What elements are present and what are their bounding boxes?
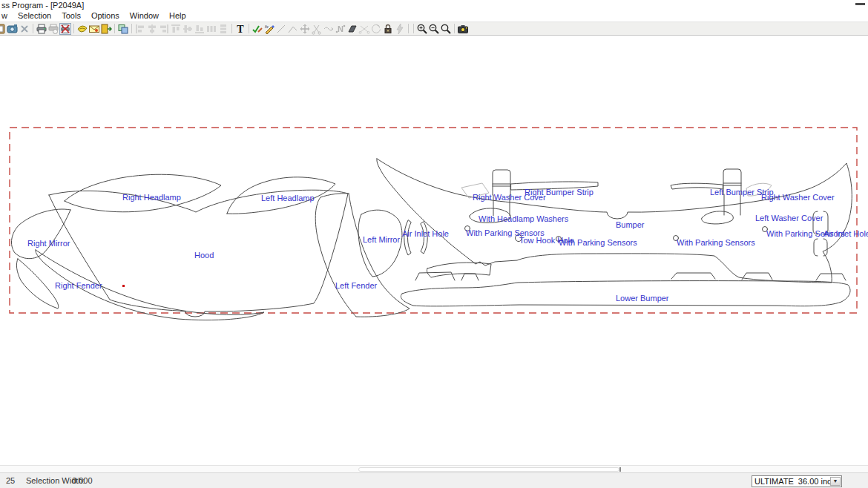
part-label[interactable]: Left Washer Cover xyxy=(755,214,823,222)
status-count: 25 xyxy=(6,476,15,485)
part-label[interactable]: Air Inlet Hole xyxy=(823,229,868,238)
part-label[interactable]: Right Fender xyxy=(55,281,102,290)
status-bar: 25 Selection Width: 0.000 ULTIMATE 36.00… xyxy=(0,472,868,488)
part-label[interactable]: With Parking Sensors xyxy=(559,238,637,247)
part-right-mirror-base[interactable] xyxy=(16,259,58,309)
media-profile-select[interactable]: ULTIMATE 36.00 inch ▼ xyxy=(752,475,842,487)
part-small-piece[interactable] xyxy=(816,274,846,280)
part-lower-side-strip[interactable] xyxy=(427,263,491,277)
part-label[interactable]: With Parking Sensors xyxy=(677,238,755,247)
part-label[interactable]: With Headlamp Washers xyxy=(479,214,568,223)
part-label[interactable]: Air Inlet Hole xyxy=(402,229,449,238)
part-label[interactable]: Bumper xyxy=(616,220,645,229)
application-window: { "window": { "title": "ss Program - [P2… xyxy=(0,0,868,488)
part-label[interactable]: Right Mirror xyxy=(27,239,70,248)
part-label[interactable]: Hood xyxy=(194,251,214,260)
scrollbar-thumb[interactable] xyxy=(358,467,619,472)
part-label[interactable]: Lower Bumper xyxy=(616,294,669,303)
part-headlamp-washer-left[interactable] xyxy=(702,211,734,224)
media-profile-value: ULTIMATE 36.00 inch xyxy=(754,477,836,486)
scrollbar-tick xyxy=(619,467,621,472)
registration-dot xyxy=(122,285,125,287)
part-label[interactable]: Right Headlamp xyxy=(122,193,181,202)
part-label[interactable]: Left Fender xyxy=(335,281,377,290)
part-left-fender[interactable] xyxy=(315,194,410,317)
part-right-mirror[interactable] xyxy=(11,209,70,259)
part-label[interactable]: Right Bumper Strip xyxy=(525,188,594,197)
selection-width-value: 0.000 xyxy=(72,476,93,485)
horizontal-scrollbar[interactable] xyxy=(0,465,868,472)
chevron-down-icon[interactable]: ▼ xyxy=(830,477,841,486)
media-boundary-rect xyxy=(10,128,857,313)
part-small-piece[interactable] xyxy=(461,274,479,280)
part-label[interactable]: Right Washer Cover xyxy=(761,193,835,202)
part-label[interactable]: Left Headlamp xyxy=(261,194,315,202)
part-label[interactable]: Left Mirror xyxy=(363,235,400,244)
part-small-piece[interactable] xyxy=(671,273,715,279)
